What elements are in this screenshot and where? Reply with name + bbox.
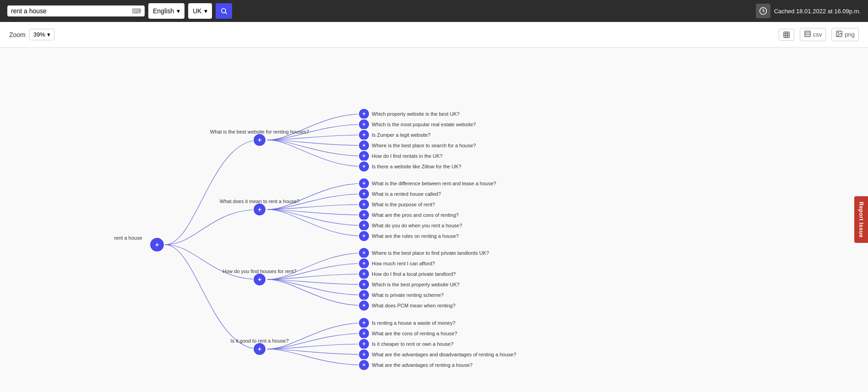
region-dropdown[interactable]: UK ▾ — [188, 3, 212, 19]
branch-2-label: What does it mean to rent a house? — [220, 199, 299, 204]
svg-rect-2 — [784, 32, 789, 38]
leaf-label: What are the rules on renting a house? — [372, 233, 459, 239]
search-box: ⌨ — [7, 5, 145, 16]
leaf-label: How do I find a local private landlord? — [372, 271, 456, 277]
zoom-value: 39% — [33, 31, 45, 38]
png-label: png — [845, 31, 855, 38]
leaf-label: Where is the best place to find private … — [372, 250, 489, 256]
leaf-label: What is the difference between rent and … — [372, 181, 496, 186]
image-icon — [835, 30, 843, 39]
language-label: English — [153, 7, 174, 15]
svg-rect-7 — [805, 31, 810, 37]
svg-text:+: + — [258, 345, 261, 353]
svg-text:+: + — [362, 281, 365, 288]
svg-text:+: + — [362, 362, 365, 368]
leaf-label: Which is the best property website UK? — [372, 282, 460, 287]
svg-line-1 — [225, 12, 227, 14]
header: ⌨ English ▾ UK ▾ Cached 18.01.2022 at 16… — [0, 0, 868, 22]
keyboard-icon: ⌨ — [132, 7, 141, 15]
leaf-label: What is private renting scheme? — [372, 292, 444, 298]
svg-text:+: + — [362, 351, 365, 358]
main-content: + rent a house + What is the best websit… — [0, 48, 868, 392]
search-button[interactable] — [216, 3, 232, 19]
export-png-button[interactable]: png — [831, 28, 859, 41]
svg-text:+: + — [362, 212, 365, 218]
leaf-label: Where is the best place to search for a … — [372, 143, 476, 148]
tree-visualization: + rent a house + What is the best websit… — [0, 48, 868, 392]
svg-text:+: + — [258, 206, 261, 213]
leaf-label: Is there a website like Zillow for the U… — [372, 164, 461, 169]
svg-text:+: + — [362, 153, 365, 159]
toolbar: Zoom 39% ▾ csv — [0, 22, 868, 48]
csv-icon — [804, 30, 811, 39]
leaf-label: Is Zumper a legit website? — [372, 132, 430, 138]
leaf-label: What are the pros and cons of renting? — [372, 212, 459, 218]
svg-text:+: + — [362, 302, 365, 309]
branch-3-label: How do you find houses for rent? — [222, 268, 296, 274]
leaf-label: What is the purpose of rent? — [372, 202, 435, 207]
svg-text:+: + — [362, 341, 365, 347]
zoom-select[interactable]: 39% ▾ — [29, 29, 54, 40]
search-input[interactable] — [11, 7, 128, 15]
toolbar-right: csv png — [779, 28, 859, 41]
svg-text:+: + — [362, 163, 365, 170]
svg-text:+: + — [258, 276, 261, 283]
leaf-label: Which is the most popular real estate we… — [372, 122, 476, 127]
svg-text:+: + — [362, 111, 365, 117]
cache-icon — [756, 4, 770, 18]
svg-text:+: + — [362, 292, 365, 298]
svg-text:+: + — [362, 250, 365, 256]
svg-text:+: + — [362, 142, 365, 149]
svg-text:+: + — [362, 330, 365, 337]
leaf-label: What are the advantages and disadvantage… — [372, 352, 516, 357]
report-issue-button[interactable]: Report Issue — [854, 196, 868, 243]
cache-timestamp: Cached 18.01.2022 at 16.09p.m. — [774, 8, 861, 15]
leaf-label: What do you do when you rent a house? — [372, 223, 462, 228]
svg-text:+: + — [258, 136, 261, 144]
svg-text:+: + — [362, 132, 365, 138]
leaf-label: Is it cheaper to rent or own a house? — [372, 341, 454, 347]
region-label: UK — [193, 7, 201, 15]
export-table-button[interactable] — [779, 29, 794, 41]
zoom-label: Zoom — [9, 31, 26, 38]
svg-text:+: + — [362, 180, 365, 187]
chevron-down-icon: ▾ — [47, 31, 50, 38]
leaf-label: Is renting a house a waste of money? — [372, 320, 456, 326]
root-label: rent a house — [114, 235, 142, 241]
chevron-down-icon: ▾ — [177, 7, 180, 15]
leaf-label: Which property website is the best UK? — [372, 111, 460, 117]
leaf-label: What are the cons of renting a house? — [372, 331, 457, 336]
svg-text:+: + — [362, 260, 365, 267]
leaf-label: What is a rented house called? — [372, 191, 441, 197]
svg-text:+: + — [362, 233, 365, 239]
svg-point-0 — [222, 9, 226, 13]
csv-label: csv — [813, 31, 822, 38]
svg-text:+: + — [362, 201, 365, 208]
svg-text:+: + — [155, 241, 159, 248]
svg-text:+: + — [362, 271, 365, 277]
chevron-down-icon: ▾ — [204, 7, 207, 15]
leaf-label: What does PCM mean when renting? — [372, 303, 456, 308]
svg-text:+: + — [362, 191, 365, 197]
header-right: Cached 18.01.2022 at 16.09p.m. — [756, 4, 861, 18]
branch-4-label: Is it good to rent a house? — [230, 338, 288, 344]
branch-1-label: What is the best website for renting hou… — [210, 129, 309, 134]
svg-point-11 — [838, 32, 839, 33]
leaf-label: How much rent I can afford? — [372, 261, 435, 266]
leaf-label: How do I find rentals in the UK? — [372, 153, 443, 159]
export-csv-button[interactable]: csv — [800, 28, 826, 41]
leaf-label: What are the advantages of renting a hou… — [372, 362, 472, 368]
svg-text:+: + — [362, 121, 365, 128]
language-dropdown[interactable]: English ▾ — [148, 3, 184, 19]
svg-text:+: + — [362, 222, 365, 229]
svg-text:+: + — [362, 320, 365, 326]
